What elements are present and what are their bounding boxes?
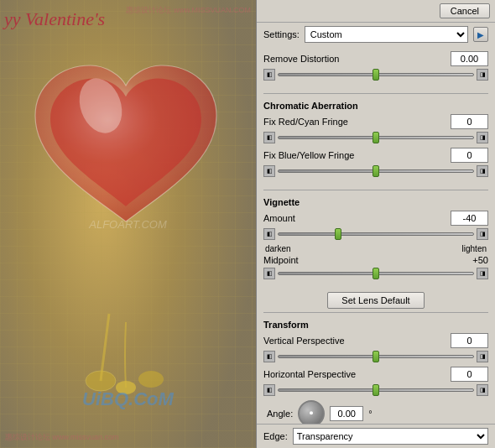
fix-red-cyan-left-icon[interactable]: ◧ xyxy=(263,132,275,143)
angle-knob[interactable] xyxy=(298,400,325,424)
vignette-midpoint-slider-row: ◧ ◨ xyxy=(263,268,488,279)
vignette-midpoint-value: +50 xyxy=(451,255,488,265)
fix-red-cyan-label: Fix Red/Cyan Fringe xyxy=(263,117,451,127)
angle-label: Angle: xyxy=(267,409,293,419)
fix-red-cyan-slider[interactable] xyxy=(278,136,474,139)
horizontal-perspective-slider[interactable] xyxy=(278,388,474,392)
watermark-top: 惠综设计论坛 www.MISSVUAN.COM xyxy=(126,5,251,16)
chromatic-aberration-label: Chromatic Aberration xyxy=(263,99,488,111)
edge-select[interactable]: Transparency Edge Extension Mirror Edges xyxy=(293,428,488,445)
horizontal-perspective-left-icon[interactable]: ◧ xyxy=(263,384,275,396)
fix-blue-yellow-left-icon[interactable]: ◧ xyxy=(263,165,275,177)
edge-row: Edge: Transparency Edge Extension Mirror… xyxy=(257,424,495,448)
transform-section: Transform Vertical Perspective ◧ ◨ Horiz… xyxy=(257,316,495,424)
vignette-amount-row: Amount xyxy=(263,211,488,226)
remove-distortion-slider[interactable] xyxy=(278,73,474,76)
darken-label: darken xyxy=(265,244,291,253)
angle-value[interactable] xyxy=(330,406,363,421)
horizontal-perspective-value[interactable] xyxy=(451,367,488,382)
vertical-perspective-slider-row: ◧ ◨ xyxy=(263,351,488,362)
remove-distortion-slider-row: ◧ ◨ xyxy=(263,69,488,81)
fix-blue-yellow-slider[interactable] xyxy=(278,169,474,173)
remove-distortion-right-icon[interactable]: ◨ xyxy=(477,69,488,81)
horizontal-perspective-label: Horizontal Perspective xyxy=(263,369,451,379)
droplets xyxy=(50,297,201,398)
vertical-perspective-label: Vertical Perspective xyxy=(263,336,451,346)
vertical-perspective-left-icon[interactable]: ◧ xyxy=(263,351,275,362)
vignette-section: Vignette Amount ◧ ◨ darken lighten Midpo… xyxy=(257,194,495,289)
image-preview: yy Valentine's 惠综设计论坛 www.MISSVUAN.COM A… xyxy=(0,0,256,448)
settings-select[interactable]: Custom Default xyxy=(305,26,468,43)
settings-label: Settings: xyxy=(263,29,300,39)
fix-red-cyan-row: Fix Red/Cyan Fringe xyxy=(263,114,488,129)
watermark-bottom: 惠综设计论坛 www.missvuan.com xyxy=(5,432,119,443)
scroll-content[interactable]: Remove Distortion ◧ ◨ Chromatic Aberrati… xyxy=(257,46,495,424)
watermark-center: ALFOART.COM xyxy=(89,218,166,231)
remove-distortion-section: Remove Distortion ◧ ◨ xyxy=(257,49,495,90)
vignette-amount-right-icon[interactable]: ◨ xyxy=(477,228,488,240)
remove-distortion-label: Remove Distortion xyxy=(263,54,451,64)
horizontal-perspective-right-icon[interactable]: ◨ xyxy=(477,384,488,396)
vertical-perspective-right-icon[interactable]: ◨ xyxy=(477,351,488,362)
vertical-perspective-slider[interactable] xyxy=(278,355,474,358)
horizontal-perspective-slider-row: ◧ ◨ xyxy=(263,384,488,396)
vignette-amount-slider-row: ◧ ◨ xyxy=(263,228,488,240)
top-bar: Cancel xyxy=(257,0,495,23)
remove-distortion-left-icon[interactable]: ◧ xyxy=(263,69,275,81)
fix-blue-yellow-value[interactable] xyxy=(451,148,488,163)
vignette-midpoint-right-icon[interactable]: ◨ xyxy=(477,268,488,279)
vignette-label: Vignette xyxy=(263,195,488,207)
knob-dot xyxy=(310,411,313,414)
svg-point-3 xyxy=(138,371,164,388)
fix-red-cyan-slider-row: ◧ ◨ xyxy=(263,132,488,143)
vignette-midpoint-label: Midpoint xyxy=(263,255,451,265)
edge-label: Edge: xyxy=(263,431,288,441)
horizontal-perspective-row: Horizontal Perspective xyxy=(263,367,488,382)
vignette-midpoint-left-icon[interactable]: ◧ xyxy=(263,268,275,279)
vertical-perspective-row: Vertical Perspective xyxy=(263,333,488,348)
fix-red-cyan-right-icon[interactable]: ◨ xyxy=(477,132,488,143)
fix-red-cyan-value[interactable] xyxy=(451,114,488,129)
vignette-amount-slider[interactable] xyxy=(278,232,474,236)
settings-row: Settings: Custom Default ▶ xyxy=(257,23,495,46)
vignette-amount-label: Amount xyxy=(263,213,451,223)
lighten-label: lighten xyxy=(462,244,487,253)
sep1 xyxy=(263,93,488,94)
vertical-perspective-value[interactable] xyxy=(451,333,488,348)
chromatic-aberration-section: Chromatic Aberration Fix Red/Cyan Fringe… xyxy=(257,97,495,186)
vignette-amount-left-icon[interactable]: ◧ xyxy=(263,228,275,240)
watermark-uibq: UiBQ.CoM xyxy=(82,388,174,410)
fix-blue-yellow-label: Fix Blue/Yellow Fringe xyxy=(263,150,451,160)
set-lens-default-button[interactable]: Set Lens Default xyxy=(327,292,424,309)
sep3 xyxy=(263,312,488,313)
degree-symbol: ° xyxy=(368,409,372,419)
angle-row: Angle: ° xyxy=(263,400,488,424)
fix-blue-yellow-row: Fix Blue/Yellow Fringe xyxy=(263,148,488,163)
valentine-text: yy Valentine's xyxy=(4,8,105,30)
remove-distortion-row: Remove Distortion xyxy=(263,51,488,66)
remove-distortion-value[interactable] xyxy=(451,51,488,66)
transform-label: Transform xyxy=(263,318,488,330)
vignette-midpoint-row: Midpoint +50 xyxy=(263,255,488,265)
sep2 xyxy=(263,190,488,190)
fix-blue-yellow-right-icon[interactable]: ◨ xyxy=(477,165,488,177)
vignette-amount-value[interactable] xyxy=(451,211,488,226)
controls-panel: Cancel Settings: Custom Default ▶ Remove… xyxy=(256,0,495,448)
lighten-darken-labels: darken lighten xyxy=(263,244,488,253)
settings-arrow-button[interactable]: ▶ xyxy=(473,27,488,42)
cancel-button[interactable]: Cancel xyxy=(440,3,490,18)
fix-blue-yellow-slider-row: ◧ ◨ xyxy=(263,165,488,177)
vignette-midpoint-slider[interactable] xyxy=(278,272,474,275)
